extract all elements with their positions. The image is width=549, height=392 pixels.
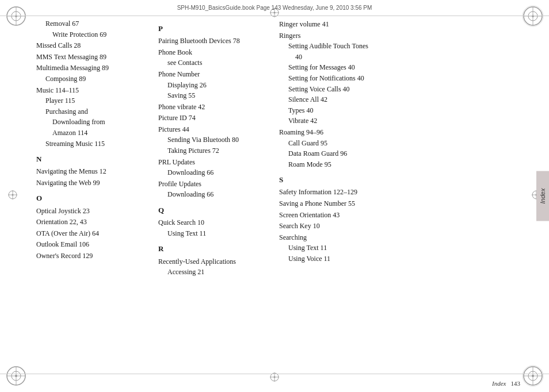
list-item: Picture ID 74	[158, 113, 269, 124]
content-area: Removal 67Write Protection 69Missed Call…	[32, 18, 532, 369]
list-item: Taking Pictures 72	[158, 145, 269, 156]
list-item: Outlook Email 106	[36, 239, 142, 250]
list-item: Call Guard 95	[279, 138, 527, 149]
list-item: see Contacts	[158, 57, 269, 68]
list-item: Amazon 114	[36, 128, 142, 139]
list-item: Accessing 21	[158, 267, 269, 278]
list-item: Vibrate 42	[279, 116, 527, 126]
header-bar: SPH-M910_BasicsGuide.book Page 143 Wedne…	[0, 0, 549, 16]
list-item: Roam Mode 95	[279, 159, 527, 170]
list-item: Purchasing and	[36, 106, 142, 117]
list-item: Phone Book	[158, 47, 269, 58]
list-item: 40	[279, 52, 527, 63]
list-item: Multimedia Messaging 89	[36, 63, 142, 74]
list-item: P	[158, 23, 269, 34]
header-text: SPH-M910_BasicsGuide.book Page 143 Wedne…	[177, 5, 372, 11]
list-item: Downloading 66	[158, 189, 269, 200]
list-item: Data Roam Guard 96	[279, 148, 527, 159]
list-item: Ringer volume 41	[279, 19, 527, 30]
list-item: Displaying 26	[158, 80, 269, 91]
list-item: Navigating the Menus 12	[36, 166, 142, 177]
list-item: Screen Orientation 43	[279, 210, 527, 221]
list-item: Orientation 22, 43	[36, 217, 142, 228]
list-item: Searching	[279, 232, 527, 243]
list-item: Streaming Music 115	[36, 139, 142, 149]
list-item: Pairing Bluetooth Devices 78	[158, 36, 269, 47]
list-item: Composing 89	[36, 74, 142, 84]
list-item: Ringers	[279, 30, 527, 41]
list-item: Setting Voice Calls 40	[279, 84, 527, 95]
footer-label: Index	[492, 380, 506, 387]
list-item: Phone Number	[158, 69, 269, 80]
list-item: Using Text 11	[279, 243, 527, 253]
column-middle: PPairing Bluetooth Devices 78Phone Books…	[147, 18, 273, 369]
list-item: Quick Search 10	[158, 217, 269, 228]
list-item: Phone vibrate 42	[158, 102, 269, 113]
list-item: Using Voice 11	[279, 253, 527, 264]
list-item: Owner's Record 129	[36, 251, 142, 262]
list-item: Music 114–115	[36, 85, 142, 96]
list-item: Saving 55	[158, 90, 269, 101]
list-item: S	[279, 174, 527, 186]
list-item: N	[36, 153, 142, 165]
list-item: Search Key 10	[279, 221, 527, 232]
list-item: Write Protection 69	[36, 29, 142, 40]
index-tab: Index	[536, 171, 549, 221]
list-item: Safety Information 122–129	[279, 187, 527, 198]
list-item: Silence All 42	[279, 94, 527, 105]
list-item: Optical Joystick 23	[36, 206, 142, 217]
column-left: Removal 67Write Protection 69Missed Call…	[32, 18, 147, 369]
list-item: Saving a Phone Number 55	[279, 198, 527, 209]
list-item: Setting for Messages 40	[279, 62, 527, 73]
footer-page: 143	[511, 380, 521, 387]
list-item: Types 40	[279, 105, 527, 116]
list-item: Missed Calls 28	[36, 40, 142, 51]
list-item: Pictures 44	[158, 124, 269, 135]
list-item: Downloading from	[36, 117, 142, 128]
list-item: OTA (Over the Air) 64	[36, 228, 142, 239]
list-item: O	[36, 193, 142, 204]
crosshair-left	[7, 189, 18, 203]
column-right: Ringer volume 41RingersSetting Audible T…	[273, 18, 532, 369]
list-item: Downloading 66	[158, 167, 269, 178]
list-item: Player 115	[36, 95, 142, 106]
list-item: Q	[158, 205, 269, 216]
list-item: Removal 67	[36, 18, 142, 29]
list-item: R	[158, 243, 269, 255]
index-tab-label: Index	[539, 189, 546, 204]
list-item: Profile Updates	[158, 179, 269, 190]
list-item: Navigating the Web 99	[36, 178, 142, 189]
list-item: Using Text 11	[158, 228, 269, 239]
list-item: Sending Via Bluetooth 80	[158, 134, 269, 145]
list-item: Recently-Used Applications	[158, 256, 269, 267]
list-item: PRL Updates	[158, 157, 269, 168]
list-item: Setting for Notifications 40	[279, 73, 527, 84]
list-item: Roaming 94–96	[279, 127, 527, 138]
footer-bar: Index 143	[0, 374, 549, 392]
list-item: MMS Text Messaging 89	[36, 52, 142, 63]
list-item: Setting Audible Touch Tones	[279, 41, 527, 52]
